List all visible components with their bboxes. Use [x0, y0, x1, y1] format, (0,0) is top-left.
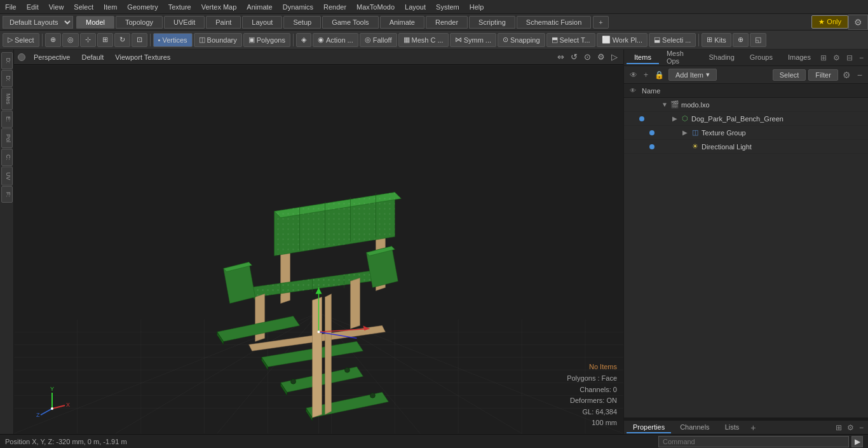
view-btn[interactable]: ◱ — [750, 33, 766, 47]
viewport-refresh-btn[interactable]: ↺ — [569, 51, 580, 62]
menu-maxtomodo[interactable]: MaxToModo — [351, 2, 400, 12]
right-tab-items[interactable]: Items — [627, 51, 659, 64]
menu-view[interactable]: View — [44, 2, 69, 12]
sidebar-tab-d1[interactable]: D: — [1, 52, 13, 69]
menu-help[interactable]: Help — [465, 2, 489, 12]
right-tab-mesh-ops[interactable]: Mesh Ops — [659, 48, 702, 68]
snap-btn[interactable]: ⊕ — [733, 33, 749, 47]
prop-gear-btn[interactable]: ⚙ — [845, 423, 856, 433]
tree-eye2-1[interactable] — [648, 114, 658, 124]
select-button[interactable]: Select — [773, 69, 806, 81]
sidebar-tab-e[interactable]: E: — [1, 111, 13, 128]
select-t-btn[interactable]: ⬒ Select T... — [546, 33, 595, 47]
filter-button[interactable]: Filter — [808, 69, 837, 81]
right-tab-groups[interactable]: Groups — [742, 51, 780, 64]
sidebar-tab-mes[interactable]: Mes — [1, 88, 13, 110]
select-tool-btn[interactable]: ▷ Select — [3, 33, 39, 47]
layout-tab-paint[interactable]: Paint — [206, 16, 241, 29]
items-settings-btn[interactable]: ⚙ — [841, 69, 853, 81]
falloff-btn[interactable]: ◎ Falloff — [360, 33, 397, 47]
polygons-btn[interactable]: ▣ Polygons — [243, 33, 290, 47]
layout-tab-uvedit[interactable]: UVEdit — [164, 16, 205, 29]
menu-dynamics[interactable]: Dynamics — [278, 2, 318, 12]
tree-expand-2[interactable]: ▶ — [681, 129, 689, 137]
right-minus-btn[interactable]: − — [857, 53, 865, 63]
items-eye-btn[interactable]: 👁 — [628, 70, 639, 80]
tree-expand-1[interactable]: ▶ — [671, 115, 679, 123]
layout-tab-setup[interactable]: Setup — [283, 16, 321, 29]
viewport-arrows-btn[interactable]: ⇔ — [555, 51, 566, 62]
tree-expand-3[interactable] — [681, 143, 689, 151]
menu-select[interactable]: Select — [69, 2, 98, 12]
viewport-gear-btn[interactable]: ⚙ — [595, 51, 607, 62]
boundary-btn[interactable]: ◫ Boundary — [194, 33, 242, 47]
tree-row-texture-group[interactable]: ▶ ◫ Texture Group — [624, 126, 868, 140]
menu-edit[interactable]: Edit — [22, 2, 44, 12]
move-tool-btn[interactable]: ⊞ — [97, 33, 113, 47]
right-expand-btn[interactable]: ⊞ — [818, 53, 829, 63]
tree-eye3-2[interactable] — [670, 128, 680, 138]
layout-tab-topology[interactable]: Topology — [116, 16, 163, 29]
sidebar-tab-pol[interactable]: Pol — [1, 128, 13, 148]
prop-plus-button[interactable]: + — [748, 423, 758, 433]
prop-tab-properties[interactable]: Properties — [627, 422, 671, 433]
layout-tab-animate[interactable]: Animate — [380, 16, 424, 29]
tree-eye2-3[interactable] — [658, 142, 668, 152]
tree-eye2-2[interactable] — [658, 128, 668, 138]
scale-tool-btn[interactable]: ⊡ — [132, 33, 147, 47]
prop-expand-btn[interactable]: ⊞ — [834, 423, 844, 433]
right-tab-images[interactable]: Images — [780, 51, 818, 64]
viewport-expand-btn[interactable]: ▷ — [609, 51, 620, 62]
sidebar-tab-f[interactable]: F: — [1, 186, 13, 203]
prop-minus-btn[interactable]: − — [857, 423, 865, 433]
layout-tab-game-tools[interactable]: Game Tools — [322, 16, 379, 29]
right-cols-btn[interactable]: ⊟ — [844, 53, 855, 63]
menu-texture[interactable]: Texture — [163, 2, 196, 12]
tree-eye-3[interactable] — [647, 142, 657, 152]
layout-tab-schematic[interactable]: Schematic Fusion — [517, 16, 591, 29]
lasso-tool-btn[interactable]: ◎ — [62, 33, 79, 47]
menu-animate[interactable]: Animate — [241, 2, 277, 12]
sidebar-tab-d2[interactable]: D: — [1, 70, 13, 87]
right-tab-shading[interactable]: Shading — [701, 51, 742, 64]
sidebar-tab-c[interactable]: C: — [1, 149, 13, 166]
layout-tab-render[interactable]: Render — [426, 16, 468, 29]
viewport-default-label[interactable]: Default — [78, 53, 107, 62]
menu-render[interactable]: Render — [318, 2, 351, 12]
command-input[interactable] — [658, 436, 849, 447]
work-pl-btn[interactable]: ⬜ Work Pl... — [597, 33, 648, 47]
star-only-button[interactable]: ★ Only — [811, 15, 848, 29]
menu-geometry[interactable]: Geometry — [122, 2, 163, 12]
viewport-toggle-dot[interactable] — [18, 53, 25, 61]
add-item-button[interactable]: Add Item ▾ — [668, 69, 717, 81]
menu-file[interactable]: File — [0, 2, 22, 12]
tree-eye-2[interactable] — [647, 128, 657, 138]
layout-dropdown[interactable]: Default Layouts — [3, 16, 73, 29]
viewport-type-label[interactable]: Perspective — [31, 53, 73, 62]
settings-button[interactable]: ⚙ — [848, 15, 868, 30]
tree-eye-1[interactable] — [637, 114, 647, 124]
items-collapse-btn[interactable]: − — [855, 69, 864, 81]
right-gear-btn[interactable]: ⚙ — [831, 53, 842, 63]
viewport-textures-label[interactable]: Viewport Textures — [112, 53, 173, 62]
prop-tab-lists[interactable]: Lists — [719, 422, 746, 433]
shape-btn[interactable]: ◈ — [296, 33, 311, 47]
tree-eye3-3[interactable] — [670, 142, 680, 152]
tree-eye3-0[interactable] — [649, 100, 660, 110]
viewport-canvas[interactable]: No Items Polygons : Face Channels: 0 Def… — [14, 65, 623, 434]
selecti-btn[interactable]: ⬓ Selecti ... — [649, 33, 696, 47]
transform-tool-btn[interactable]: ⊹ — [80, 33, 96, 47]
menu-vertex-map[interactable]: Vertex Map — [196, 2, 242, 12]
vertices-btn[interactable]: • Vertices — [153, 33, 193, 47]
tree-eye-0[interactable] — [627, 100, 637, 110]
menu-layout[interactable]: Layout — [400, 2, 431, 12]
rotate-tool-btn[interactable]: ↻ — [114, 33, 130, 47]
mesh-c-btn[interactable]: ▦ Mesh C ... — [398, 33, 449, 47]
symm-btn[interactable]: ⋈ Symm ... — [450, 33, 496, 47]
viewport-zoom-btn[interactable]: ⊙ — [582, 51, 593, 62]
viewport[interactable]: Perspective Default Viewport Textures ⇔ … — [14, 50, 623, 434]
snapping-btn[interactable]: ⊙ Snapping — [498, 33, 545, 47]
globe-tool-btn[interactable]: ⊕ — [45, 33, 61, 47]
action-btn[interactable]: ◉ Action ... — [313, 33, 358, 47]
menu-system[interactable]: System — [431, 2, 465, 12]
